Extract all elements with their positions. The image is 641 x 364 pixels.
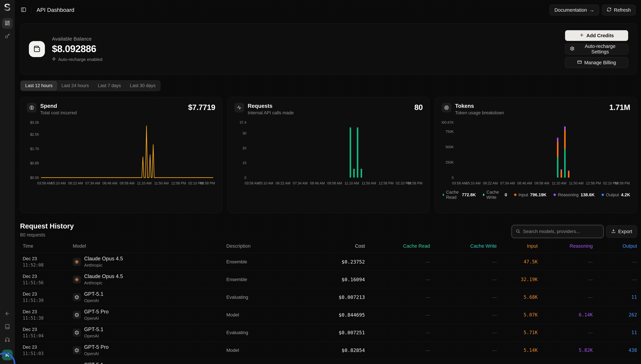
cell-value: 438 [593, 348, 637, 353]
svg-text:11:50 AM: 11:50 AM [569, 181, 584, 185]
table-row[interactable]: Dec 23 11:52:08 Claude Opus 4.5 Anthropi… [20, 253, 637, 271]
model-name: Claude Opus 4.5 [84, 256, 123, 262]
legend-dot-cache_read [443, 194, 444, 196]
provider-name: OpenAI [84, 316, 108, 321]
svg-text:03:58 PM: 03:58 PM [615, 181, 630, 185]
model-cell: GPT-5 Pro OpenAI [73, 309, 226, 321]
table-row[interactable]: Dec 23 11:51:38 GPT-5 Pro OpenAI Model $… [20, 306, 637, 324]
search-input[interactable] [523, 229, 600, 234]
tab-last-7-days[interactable]: Last 7 days [94, 81, 125, 90]
cell-empty: — [538, 277, 593, 282]
provider-icon [73, 276, 81, 284]
provider-icon [73, 258, 81, 266]
topbar: API Dashboard Documentation → Refresh [15, 0, 641, 20]
svg-text:06:22 AM: 06:22 AM [68, 181, 83, 185]
arrow-right-icon: → [589, 8, 594, 12]
add-credits-button[interactable]: Add Credits [565, 30, 628, 41]
sidebar: S K [0, 0, 15, 364]
cost-cell: $0.844695 [318, 312, 365, 318]
sidebar-item-back[interactable] [2, 308, 13, 319]
time-cell: Dec 23 11:51:04 [23, 327, 73, 338]
app-logo: S [4, 2, 10, 12]
svg-text:$0.00: $0.00 [30, 176, 39, 180]
sidebar-item-dashboard[interactable] [2, 18, 13, 29]
sidebar-item-api-keys[interactable] [2, 31, 13, 42]
svg-text:08:46 AM: 08:46 AM [310, 181, 325, 185]
request-table: TimeModelDescriptionCostCache ReadCache … [20, 243, 637, 364]
svg-text:03:58 AM: 03:58 AM [245, 181, 260, 185]
openai-logo-icon [74, 348, 79, 353]
table-row[interactable]: Dec 23 11:51:39 GPT-5.1 OpenAI Evaluatin… [20, 288, 637, 306]
tab-last-12-hours[interactable]: Last 12 hours [21, 81, 57, 90]
table-row[interactable]: Dec 23 11:51:03 GPT-5 Pro OpenAI Model $… [20, 342, 637, 359]
svg-text:06:22 AM: 06:22 AM [483, 181, 498, 185]
svg-text:05:10 AM: 05:10 AM [51, 181, 66, 185]
export-button[interactable]: Export [606, 225, 637, 238]
cost-cell: $0.23752 [318, 259, 365, 265]
table-row[interactable]: Dec 23 11:51:04 GPT-5.1 OpenAI Evaluatin… [20, 324, 637, 342]
table-header: TimeModelDescriptionCostCache ReadCache … [20, 243, 637, 253]
tab-last-24-hours[interactable]: Last 24 hours [58, 81, 93, 90]
activity-icon [234, 103, 244, 112]
openai-logo-icon [74, 330, 79, 335]
cell-empty: — [365, 330, 430, 335]
requests-chart: 37.4302010003:58 AM05:10 AM06:22 AM07:34… [234, 120, 423, 187]
refresh-button[interactable]: Refresh [602, 5, 636, 15]
tab-last-30-days[interactable]: Last 30 days [126, 81, 160, 90]
svg-text:$1.70: $1.70 [30, 146, 39, 151]
column-header-input: Input [497, 243, 538, 249]
manage-billing-label: Manage Billing [584, 60, 616, 66]
book-icon [5, 324, 10, 330]
column-header-model: Model [73, 243, 226, 249]
legend-output: Output4.2K [602, 190, 630, 200]
cell-empty: — [593, 277, 637, 282]
sidebar-item-docs[interactable] [2, 322, 13, 332]
sidebar-item-support[interactable] [2, 335, 13, 345]
svg-text:03:58 AM: 03:58 AM [452, 181, 467, 185]
request-date: Dec 23 [23, 256, 73, 261]
cost-cell: $0.16094 [318, 277, 365, 282]
model-cell: GPT-5.1 OpenAI [73, 362, 226, 364]
provider-name: OpenAI [84, 298, 103, 303]
request-time: 11:51:03 [23, 351, 73, 356]
headphones-icon [5, 337, 10, 343]
anthropic-logo-icon [74, 277, 79, 282]
zap-icon [52, 57, 56, 62]
provider-name: OpenAI [84, 351, 108, 356]
model-cell: GPT-5.1 OpenAI [73, 326, 226, 339]
request-time: 11:51:39 [23, 298, 73, 303]
provider-icon [73, 346, 81, 354]
cell-empty: — [365, 277, 430, 282]
svg-text:03:58 AM: 03:58 AM [37, 181, 52, 185]
svg-text:$2.55: $2.55 [30, 132, 39, 136]
request-date: Dec 23 [23, 292, 73, 297]
svg-text:05:10 AM: 05:10 AM [466, 181, 481, 185]
request-time: 11:51:38 [23, 316, 73, 320]
documentation-button[interactable]: Documentation → [550, 5, 599, 15]
table-row[interactable]: Dec 23 11:51:56 Claude Opus 4.5 Anthropi… [20, 271, 637, 288]
provider-icon [73, 311, 81, 319]
legend-label: Input [518, 192, 528, 198]
time-cell: Dec 23 11:51:03 [23, 345, 73, 356]
auto-recharge-settings-button[interactable]: Auto-recharge Settings [565, 44, 628, 54]
svg-text:10: 10 [242, 160, 246, 165]
model-cell: Claude Opus 4.5 Anthropic [73, 256, 226, 268]
svg-text:0: 0 [244, 176, 246, 180]
legend-label: Cache Read [446, 190, 460, 200]
requests-card: Requests Internal API calls made 80 37.4… [228, 97, 430, 213]
svg-text:09:58 AM: 09:58 AM [327, 181, 342, 185]
dollar-circle-icon [27, 103, 36, 112]
cell-empty: — [593, 259, 637, 264]
tokens-card: Tokens Token usage breakdown 1.71M 900.6… [435, 97, 637, 213]
spend-value: $7.7719 [188, 103, 215, 112]
manage-billing-button[interactable]: Manage Billing [565, 57, 628, 68]
cell-empty: — [365, 348, 430, 353]
cell-value: 6.14K [538, 312, 593, 318]
panel-toggle-icon[interactable] [21, 7, 26, 13]
svg-text:37.4: 37.4 [240, 120, 246, 124]
legend-label: Cache Write [486, 190, 502, 200]
dashboard-grid-icon [5, 20, 10, 26]
plus-icon [580, 33, 584, 38]
table-row[interactable]: Dec 23 GPT-5.1 OpenAI Evaluating $0.0136… [20, 359, 637, 364]
svg-text:11:10 AM: 11:10 AM [552, 181, 566, 185]
